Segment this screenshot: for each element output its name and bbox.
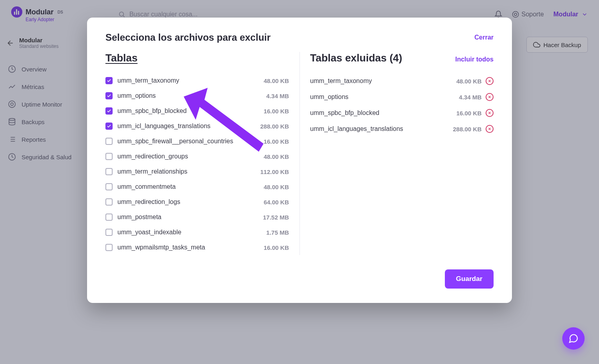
include-all-button[interactable]: Incluir todos [455, 56, 494, 63]
excluded-column: Tablas exluidas (4) Incluir todos umm_te… [310, 52, 494, 255]
table-size: 17.52 MB [263, 214, 289, 221]
close-button[interactable]: Cerrar [474, 34, 494, 41]
excluded-row: umm_options4.34 MB [310, 89, 494, 105]
checkbox[interactable] [105, 138, 113, 145]
excluded-heading: Tablas exluidas (4) [310, 52, 403, 64]
excluded-name: umm_spbc_bfp_blocked [310, 109, 379, 117]
table-size: 48.00 KB [264, 184, 289, 190]
table-size: 4.34 MB [266, 93, 289, 99]
table-row[interactable]: umm_yoast_indexable1.75 MB [105, 225, 289, 240]
checkbox[interactable] [105, 198, 113, 206]
excluded-row: umm_icl_languages_translations288.00 KB [310, 121, 494, 137]
table-row[interactable]: umm_wpmailsmtp_tasks_meta16.00 KB [105, 240, 289, 255]
table-name: umm_redirection_groups [117, 153, 188, 160]
table-size: 48.00 KB [264, 153, 289, 160]
table-size: 16.00 KB [264, 108, 289, 115]
checkbox[interactable] [105, 214, 113, 221]
checkbox[interactable] [105, 168, 113, 175]
table-size: 64.00 KB [264, 199, 289, 206]
table-row[interactable]: umm_term_taxonomy48.00 KB [105, 73, 289, 88]
table-size: 48.00 KB [264, 77, 289, 84]
table-row[interactable]: umm_spbc_bfp_blocked16.00 KB [105, 103, 289, 119]
table-row[interactable]: umm_redirection_groups48.00 KB [105, 149, 289, 164]
excluded-name: umm_term_taxonomy [310, 77, 372, 85]
tables-heading[interactable]: Tablas [105, 52, 137, 64]
table-row[interactable]: umm_icl_languages_translations288.00 KB [105, 119, 289, 134]
exclude-files-modal: Selecciona los archivos para excluir Cer… [87, 18, 512, 303]
excluded-name: umm_icl_languages_translations [310, 125, 403, 133]
table-name: umm_term_relationships [117, 168, 187, 175]
remove-icon[interactable] [486, 77, 494, 85]
table-size: 288.00 KB [260, 123, 289, 130]
table-name: umm_wpmailsmtp_tasks_meta [117, 244, 205, 251]
excluded-row: umm_spbc_bfp_blocked16.00 KB [310, 105, 494, 121]
table-size: 112.00 KB [260, 168, 289, 175]
table-name: umm_commentmeta [117, 183, 176, 190]
table-size: 1.75 MB [266, 229, 289, 236]
tables-column: Tablas umm_term_taxonomy48.00 KBumm_opti… [105, 52, 300, 255]
remove-icon[interactable] [486, 109, 494, 117]
save-button[interactable]: Guardar [445, 269, 494, 289]
excluded-size: 48.00 KB [456, 78, 482, 85]
checkbox[interactable] [105, 77, 113, 84]
checkbox[interactable] [105, 229, 113, 236]
checkbox[interactable] [105, 244, 113, 251]
modal-overlay: Selecciona los archivos para excluir Cer… [0, 0, 599, 364]
table-name: umm_icl_languages_translations [117, 123, 210, 130]
excluded-size: 4.34 MB [459, 94, 482, 101]
excluded-size: 288.00 KB [453, 126, 482, 133]
table-name: umm_postmeta [117, 214, 161, 221]
excluded-size: 16.00 KB [456, 110, 482, 117]
table-name: umm_term_taxonomy [117, 77, 179, 84]
table-size: 16.00 KB [264, 244, 289, 251]
checkbox[interactable] [105, 123, 113, 130]
table-row[interactable]: umm_options4.34 MB [105, 88, 289, 103]
table-name: umm_yoast_indexable [117, 229, 181, 236]
table-name: umm_redirection_logs [117, 198, 180, 206]
checkbox[interactable] [105, 107, 113, 115]
table-row[interactable]: umm_commentmeta48.00 KB [105, 179, 289, 194]
checkbox[interactable] [105, 153, 113, 160]
table-row[interactable]: umm_term_relationships112.00 KB [105, 164, 289, 179]
table-row[interactable]: umm_spbc_firewall__personal_countries16.… [105, 134, 289, 149]
checkbox[interactable] [105, 183, 113, 190]
remove-icon[interactable] [486, 93, 494, 101]
remove-icon[interactable] [486, 125, 494, 133]
chat-icon [568, 333, 579, 344]
modal-title: Selecciona los archivos para excluir [105, 32, 271, 43]
excluded-row: umm_term_taxonomy48.00 KB [310, 73, 494, 89]
checkbox[interactable] [105, 92, 113, 99]
table-row[interactable]: umm_redirection_logs64.00 KB [105, 194, 289, 210]
chat-fab[interactable] [562, 327, 585, 350]
table-name: umm_spbc_firewall__personal_countries [117, 138, 233, 145]
table-size: 16.00 KB [264, 138, 289, 145]
table-row[interactable]: umm_postmeta17.52 MB [105, 210, 289, 225]
excluded-name: umm_options [310, 93, 349, 101]
table-name: umm_options [117, 92, 156, 99]
table-name: umm_spbc_bfp_blocked [117, 107, 186, 115]
